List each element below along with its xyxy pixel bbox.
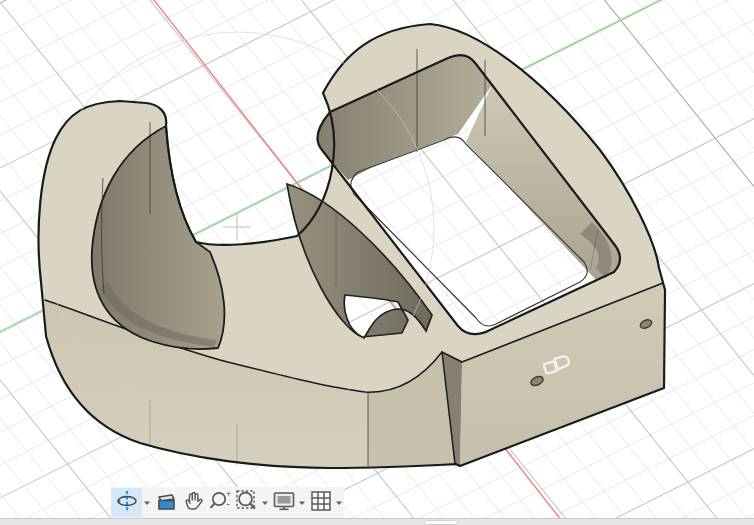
viewport-canvas[interactable] bbox=[0, 0, 754, 525]
display-settings-icon bbox=[271, 488, 297, 518]
zoom-window-dropdown-caret[interactable] bbox=[260, 488, 270, 517]
navigation-toolbar: + - bbox=[111, 487, 344, 518]
zoom-button[interactable]: + - bbox=[206, 488, 233, 517]
display-settings-dropdown-caret[interactable] bbox=[297, 488, 307, 517]
chevron-down-icon bbox=[261, 500, 269, 506]
display-settings-button[interactable] bbox=[270, 488, 297, 517]
pan-button[interactable] bbox=[179, 488, 206, 517]
pan-hand-icon bbox=[181, 489, 205, 517]
orbit-button[interactable] bbox=[111, 488, 142, 517]
look-at-icon bbox=[154, 489, 178, 517]
orbit-icon bbox=[114, 488, 140, 518]
model-body[interactable] bbox=[39, 24, 665, 468]
timeline-edge-bar bbox=[0, 518, 754, 525]
grid-and-snaps-dropdown-caret[interactable] bbox=[334, 488, 344, 517]
chevron-down-icon bbox=[298, 500, 306, 506]
grid-and-snaps-button[interactable] bbox=[307, 488, 334, 517]
chevron-down-icon bbox=[335, 500, 343, 506]
viewport: + - bbox=[0, 0, 754, 525]
zoom-window-icon bbox=[234, 488, 260, 518]
grid-icon bbox=[308, 488, 334, 518]
look-at-button[interactable] bbox=[152, 488, 179, 517]
zoom-icon: + - bbox=[207, 488, 233, 518]
svg-text:-: - bbox=[226, 498, 229, 509]
orbit-dropdown-caret[interactable] bbox=[142, 488, 152, 517]
zoom-window-button[interactable] bbox=[233, 488, 260, 517]
chevron-down-icon bbox=[143, 500, 151, 506]
timeline-scrollbar-thumb[interactable] bbox=[424, 520, 458, 525]
